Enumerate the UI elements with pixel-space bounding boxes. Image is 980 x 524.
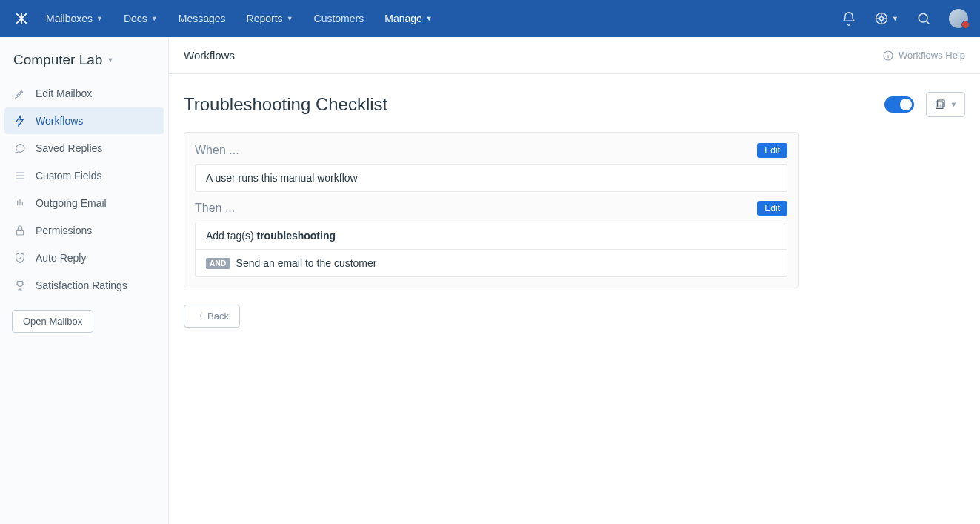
workflow-title: Troubleshooting Checklist <box>184 94 387 115</box>
mailbox-name: Computer Lab <box>13 52 102 68</box>
sidebar-item-label: Satisfaction Ratings <box>36 279 127 291</box>
workflow-card: When ... Edit A user runs this manual wo… <box>184 132 799 288</box>
workflow-enabled-toggle[interactable] <box>884 96 914 113</box>
sidebar-item-label: Saved Replies <box>36 142 102 154</box>
then-section: Then ... Edit Add tag(s) troubleshooting… <box>195 201 787 277</box>
nav-reports[interactable]: Reports▼ <box>247 13 293 24</box>
then-action-row-2: AND Send an email to the customer <box>196 249 787 276</box>
nav-label: Messages <box>179 13 226 24</box>
info-icon <box>882 50 894 62</box>
chevron-left-icon: 〈 <box>195 311 203 322</box>
nav-messages[interactable]: Messages <box>179 13 226 24</box>
support-icon[interactable]: ▼ <box>874 11 899 26</box>
nav-label: Reports <box>247 13 283 24</box>
notifications-icon[interactable] <box>841 11 856 26</box>
nav-mailboxes[interactable]: Mailboxes▼ <box>46 13 103 24</box>
search-icon[interactable] <box>916 11 931 26</box>
sidebar-item-outgoing-email[interactable]: Outgoing Email <box>4 190 164 216</box>
sidebar-item-label: Outgoing Email <box>36 197 107 209</box>
nav-manage[interactable]: Manage▼ <box>384 13 433 24</box>
nav-label: Customers <box>314 13 364 24</box>
sub-header: Workflows Workflows Help <box>169 37 980 74</box>
sidebar-item-edit-mailbox[interactable]: Edit Mailbox <box>4 80 164 107</box>
sidebar-item-auto-reply[interactable]: Auto Reply <box>4 245 164 271</box>
sidebar-item-label: Workflows <box>36 115 83 127</box>
user-avatar[interactable] <box>949 9 968 28</box>
top-nav: Mailboxes▼ Docs▼ Messages Reports▼ Custo… <box>0 0 980 37</box>
workflows-help-link[interactable]: Workflows Help <box>882 50 965 62</box>
sidebar-item-satisfaction[interactable]: Satisfaction Ratings <box>4 272 164 299</box>
help-label: Workflows Help <box>899 50 965 61</box>
lightning-icon <box>13 114 27 127</box>
when-condition-text: A user runs this manual workflow <box>206 172 358 184</box>
shield-check-icon <box>13 251 27 265</box>
chevron-down-icon: ▼ <box>151 15 158 22</box>
then-action-text: Add tag(s) troubleshooting <box>206 230 336 242</box>
open-mailbox-button[interactable]: Open Mailbox <box>12 310 93 333</box>
then-edit-button[interactable]: Edit <box>757 201 787 216</box>
lock-icon <box>13 224 27 237</box>
main-content: Workflows Workflows Help Troubleshooting… <box>169 37 980 524</box>
when-edit-button[interactable]: Edit <box>757 143 787 158</box>
then-label: Then ... <box>195 202 235 215</box>
chevron-down-icon: ▼ <box>107 56 113 64</box>
app-logo-icon[interactable] <box>12 9 31 28</box>
sidebar: Computer Lab ▼ Edit Mailbox Workflows Sa… <box>0 37 169 524</box>
when-condition-row: A user runs this manual workflow <box>196 165 787 191</box>
breadcrumb[interactable]: Workflows <box>184 49 235 62</box>
pencil-icon <box>13 87 27 100</box>
sidebar-item-workflows[interactable]: Workflows <box>4 107 164 134</box>
chevron-down-icon: ▼ <box>96 15 103 22</box>
workflow-actions-button[interactable]: ▼ <box>926 92 965 117</box>
mailbox-selector[interactable]: Computer Lab ▼ <box>0 47 168 80</box>
nav-label: Manage <box>384 13 422 24</box>
add-to-folder-icon <box>934 99 946 110</box>
chevron-down-icon: ▼ <box>426 15 433 22</box>
chevron-down-icon: ▼ <box>950 101 957 108</box>
svg-point-2 <box>919 13 927 22</box>
sidebar-item-permissions[interactable]: Permissions <box>4 217 164 244</box>
nav-label: Docs <box>124 13 147 24</box>
chevron-down-icon: ▼ <box>287 15 293 22</box>
chevron-down-icon: ▼ <box>892 15 899 22</box>
sidebar-item-label: Custom Fields <box>36 170 101 182</box>
trophy-icon <box>13 279 27 292</box>
when-section: When ... Edit A user runs this manual wo… <box>195 143 787 192</box>
sidebar-item-label: Edit Mailbox <box>36 87 92 99</box>
outgoing-icon <box>13 196 27 210</box>
back-label: Back <box>207 311 229 322</box>
svg-rect-3 <box>16 230 23 235</box>
then-action-text: Send an email to the customer <box>236 257 377 269</box>
sidebar-item-saved-replies[interactable]: Saved Replies <box>4 135 164 162</box>
and-badge: AND <box>206 258 230 269</box>
chat-icon <box>13 142 27 155</box>
list-icon <box>13 169 27 182</box>
nav-label: Mailboxes <box>46 13 93 24</box>
sidebar-item-label: Auto Reply <box>36 252 86 264</box>
nav-customers[interactable]: Customers <box>314 13 364 24</box>
sidebar-item-label: Permissions <box>36 225 92 236</box>
nav-docs[interactable]: Docs▼ <box>124 13 158 24</box>
then-action-row-1: Add tag(s) troubleshooting <box>196 222 787 249</box>
when-label: When ... <box>195 144 239 157</box>
svg-point-1 <box>880 17 884 21</box>
back-button[interactable]: 〈 Back <box>184 305 240 328</box>
sidebar-item-custom-fields[interactable]: Custom Fields <box>4 162 164 189</box>
